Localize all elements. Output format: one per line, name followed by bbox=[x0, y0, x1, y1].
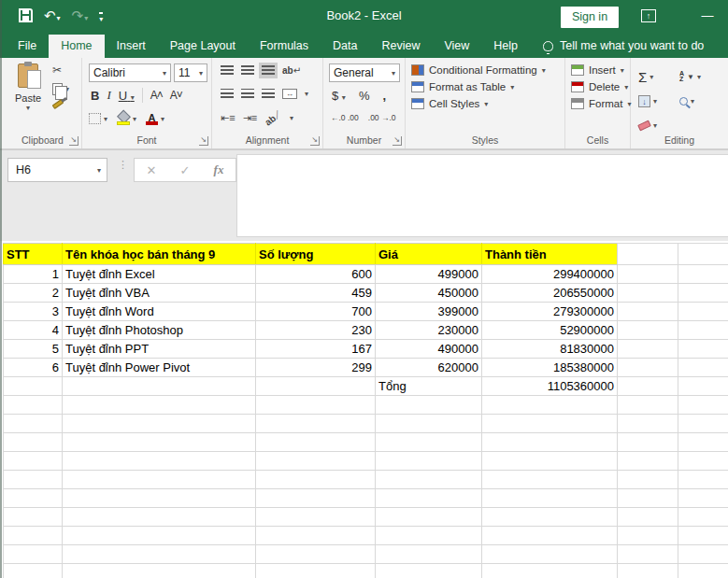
amount-cell[interactable]: 206550000 bbox=[482, 284, 618, 303]
cell[interactable] bbox=[678, 452, 728, 471]
price-cell[interactable]: 499000 bbox=[376, 265, 482, 284]
tab-home[interactable]: Home bbox=[49, 35, 104, 58]
cell[interactable] bbox=[4, 471, 63, 489]
cell[interactable] bbox=[376, 545, 482, 564]
cell[interactable] bbox=[4, 377, 63, 396]
column-header[interactable]: STT bbox=[4, 244, 63, 265]
amount-cell[interactable]: 81830000 bbox=[482, 340, 618, 359]
cell[interactable] bbox=[482, 415, 618, 433]
price-cell[interactable]: 230000 bbox=[376, 321, 482, 340]
name-box[interactable]: H6 ▾ bbox=[7, 158, 107, 182]
cell[interactable] bbox=[63, 377, 256, 396]
course-name-cell[interactable]: Tuyệt đỉnh PPT bbox=[63, 340, 256, 359]
cell[interactable] bbox=[618, 433, 678, 452]
fill-button[interactable]: ↓▾ bbox=[638, 95, 679, 107]
cell[interactable] bbox=[678, 508, 728, 527]
tab-review[interactable]: Review bbox=[369, 35, 432, 58]
cell[interactable] bbox=[618, 265, 678, 284]
cell[interactable] bbox=[678, 396, 728, 415]
font-dialog-launcher[interactable]: ↘ bbox=[199, 136, 208, 146]
cell[interactable] bbox=[376, 415, 482, 433]
cell[interactable] bbox=[618, 359, 678, 377]
cell[interactable] bbox=[482, 452, 618, 471]
cell[interactable] bbox=[678, 545, 728, 564]
cell[interactable] bbox=[618, 564, 678, 578]
cell[interactable] bbox=[4, 433, 63, 452]
tab-page-layout[interactable]: Page Layout bbox=[158, 35, 248, 58]
cancel-icon[interactable]: ✕ bbox=[147, 163, 157, 177]
cell[interactable] bbox=[4, 564, 63, 578]
cell[interactable] bbox=[618, 340, 678, 359]
cell[interactable] bbox=[482, 471, 618, 489]
stt-cell[interactable]: 5 bbox=[4, 340, 63, 359]
copy-icon[interactable] bbox=[52, 83, 63, 95]
cell[interactable] bbox=[63, 489, 256, 508]
cell[interactable] bbox=[4, 489, 63, 508]
column-header[interactable]: Thành tiền bbox=[482, 244, 618, 265]
cell[interactable] bbox=[482, 489, 618, 508]
format-cells-button[interactable]: Format▾ bbox=[571, 98, 631, 109]
italic-button[interactable]: I bbox=[107, 88, 110, 103]
quantity-cell[interactable]: 600 bbox=[256, 265, 376, 284]
borders-icon[interactable] bbox=[89, 113, 101, 124]
paste-button[interactable]: Paste ▾ bbox=[9, 63, 47, 131]
merge-center-icon[interactable]: ↔ bbox=[282, 89, 297, 99]
ribbon-display-options-icon[interactable]: ↑ bbox=[641, 9, 656, 22]
insert-cells-button[interactable]: Insert▾ bbox=[571, 64, 631, 76]
font-name-select[interactable]: Calibri▾ bbox=[89, 63, 171, 82]
enter-icon[interactable]: ✓ bbox=[180, 163, 191, 177]
fill-color-icon[interactable] bbox=[117, 112, 130, 125]
cell[interactable] bbox=[376, 564, 482, 578]
top-align-icon[interactable] bbox=[221, 65, 234, 76]
price-cell[interactable]: 490000 bbox=[376, 340, 482, 359]
cell[interactable] bbox=[678, 377, 728, 396]
stt-cell[interactable]: 1 bbox=[4, 265, 63, 284]
cell[interactable] bbox=[482, 433, 618, 452]
quantity-cell[interactable]: 459 bbox=[256, 284, 376, 303]
accounting-format-button[interactable]: $ ▾ bbox=[332, 89, 346, 103]
sign-in-button[interactable]: Sign in bbox=[561, 7, 619, 28]
cell[interactable] bbox=[256, 433, 376, 452]
cell[interactable] bbox=[256, 527, 376, 545]
cell[interactable] bbox=[678, 321, 728, 340]
decrease-indent-icon[interactable]: ⇤≡ bbox=[221, 112, 236, 124]
cell[interactable] bbox=[618, 527, 678, 545]
cell[interactable] bbox=[376, 527, 482, 545]
sort-filter-button[interactable]: AZ ▼▾ bbox=[679, 71, 721, 82]
cell[interactable] bbox=[678, 359, 728, 377]
cell[interactable] bbox=[618, 321, 678, 340]
formula-input[interactable] bbox=[236, 154, 728, 237]
cell-styles-button[interactable]: Cell Styles▾ bbox=[411, 98, 546, 109]
cell[interactable] bbox=[63, 452, 256, 471]
cell[interactable] bbox=[678, 415, 728, 433]
column-header[interactable]: Số lượng bbox=[256, 244, 376, 265]
cell[interactable] bbox=[618, 452, 678, 471]
cell[interactable] bbox=[618, 396, 678, 415]
percent-style-button[interactable]: % bbox=[359, 89, 370, 103]
cell[interactable] bbox=[678, 471, 728, 489]
cell[interactable] bbox=[4, 396, 63, 415]
alignment-dialog-launcher[interactable]: ↘ bbox=[310, 136, 320, 146]
cell[interactable] bbox=[482, 545, 618, 564]
stt-cell[interactable]: 2 bbox=[4, 284, 63, 303]
quantity-cell[interactable]: 299 bbox=[256, 359, 376, 377]
quantity-cell[interactable]: 230 bbox=[256, 321, 376, 340]
cell[interactable] bbox=[376, 489, 482, 508]
cell[interactable] bbox=[376, 471, 482, 489]
align-left-icon[interactable] bbox=[221, 89, 234, 99]
increase-decimal-button[interactable]: ←.0 .00 bbox=[331, 113, 359, 122]
tab-insert[interactable]: Insert bbox=[105, 35, 158, 58]
formula-bar-handle[interactable]: ⋮ bbox=[118, 162, 128, 167]
cell[interactable] bbox=[4, 452, 63, 471]
cell[interactable] bbox=[678, 244, 728, 265]
cell[interactable] bbox=[618, 284, 678, 303]
cell[interactable] bbox=[63, 471, 256, 489]
number-dialog-launcher[interactable]: ↘ bbox=[393, 136, 402, 146]
underline-button[interactable]: U ▾ bbox=[119, 89, 135, 103]
cell[interactable] bbox=[618, 303, 678, 321]
tab-file[interactable]: File bbox=[6, 35, 49, 58]
amount-cell[interactable]: 279300000 bbox=[482, 303, 618, 321]
price-cell[interactable]: 620000 bbox=[376, 359, 482, 377]
increase-font-size-button[interactable]: A˄ bbox=[150, 89, 163, 102]
cell[interactable] bbox=[256, 396, 376, 415]
